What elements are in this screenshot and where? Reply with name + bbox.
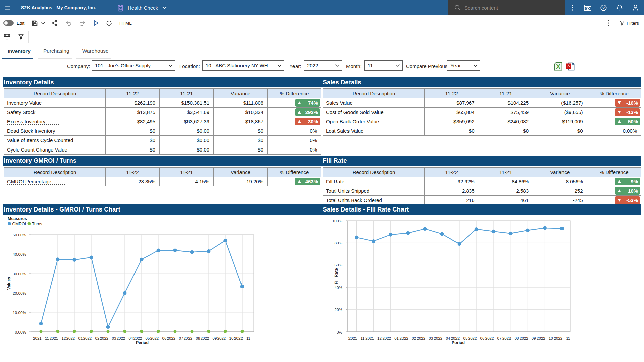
svg-text:2021 - 12: 2021 - 12 — [365, 336, 382, 340]
svg-text:20%: 20% — [334, 307, 342, 312]
svg-text:2021 - 12: 2021 - 12 — [50, 336, 66, 340]
svg-text:GMROI: GMROI — [12, 222, 26, 226]
svg-text:100%: 100% — [332, 219, 343, 223]
svg-text:50.00%: 50.00% — [13, 233, 26, 237]
svg-text:2022 - 04: 2022 - 04 — [434, 336, 450, 340]
svg-text:2022 - 03: 2022 - 03 — [417, 336, 433, 340]
svg-text:2021 - 11: 2021 - 11 — [33, 336, 49, 340]
svg-text:40%: 40% — [334, 285, 342, 290]
svg-text:2022 - 06: 2022 - 06 — [468, 336, 485, 340]
svg-text:2022 - 08: 2022 - 08 — [502, 336, 519, 340]
svg-text:Values: Values — [7, 277, 11, 290]
svg-text:2022 - 10: 2022 - 10 — [537, 336, 553, 340]
svg-text:2022 - 11: 2022 - 11 — [554, 336, 570, 340]
svg-text:X: X — [556, 63, 560, 70]
svg-text:2022 - 01: 2022 - 01 — [382, 336, 399, 340]
svg-text:Turns: Turns — [32, 222, 42, 226]
svg-text:2022 - 07: 2022 - 07 — [485, 336, 502, 340]
svg-text:20.00%: 20.00% — [13, 291, 26, 296]
svg-text:Measures: Measures — [8, 216, 27, 221]
svg-text:2022 - 10: 2022 - 10 — [217, 336, 234, 340]
svg-text:2022 - 05: 2022 - 05 — [133, 336, 150, 340]
svg-text:Fill Rate: Fill Rate — [334, 268, 339, 284]
svg-text:2022 - 09: 2022 - 09 — [201, 336, 217, 340]
svg-text:Period: Period — [136, 340, 149, 345]
svg-text:2022 - 06: 2022 - 06 — [150, 336, 167, 340]
svg-text:80%: 80% — [334, 241, 342, 245]
svg-text:2022 - 07: 2022 - 07 — [167, 336, 183, 340]
svg-text:10.00%: 10.00% — [13, 310, 26, 315]
svg-text:2022 - 01: 2022 - 01 — [66, 336, 83, 340]
svg-text:2022 - 02: 2022 - 02 — [399, 336, 416, 340]
svg-text:2022 - 11: 2022 - 11 — [234, 336, 250, 340]
svg-text:?: ? — [602, 6, 605, 10]
svg-text:2022 - 03: 2022 - 03 — [100, 336, 116, 340]
svg-text:Period: Period — [452, 340, 465, 345]
svg-text:60%: 60% — [334, 263, 342, 267]
svg-text:2022 - 04: 2022 - 04 — [117, 336, 133, 340]
svg-text:2021 - 11: 2021 - 11 — [348, 336, 365, 340]
svg-text:30.00%: 30.00% — [13, 272, 26, 276]
svg-text:0.00%: 0.00% — [15, 330, 26, 335]
svg-text:2022 - 09: 2022 - 09 — [520, 336, 536, 340]
svg-text:2022 - 05: 2022 - 05 — [451, 336, 468, 340]
svg-text:2022 - 02: 2022 - 02 — [83, 336, 100, 340]
svg-text:0%: 0% — [337, 330, 343, 335]
svg-text:40.00%: 40.00% — [13, 252, 26, 257]
svg-text:2022 - 08: 2022 - 08 — [184, 336, 200, 340]
